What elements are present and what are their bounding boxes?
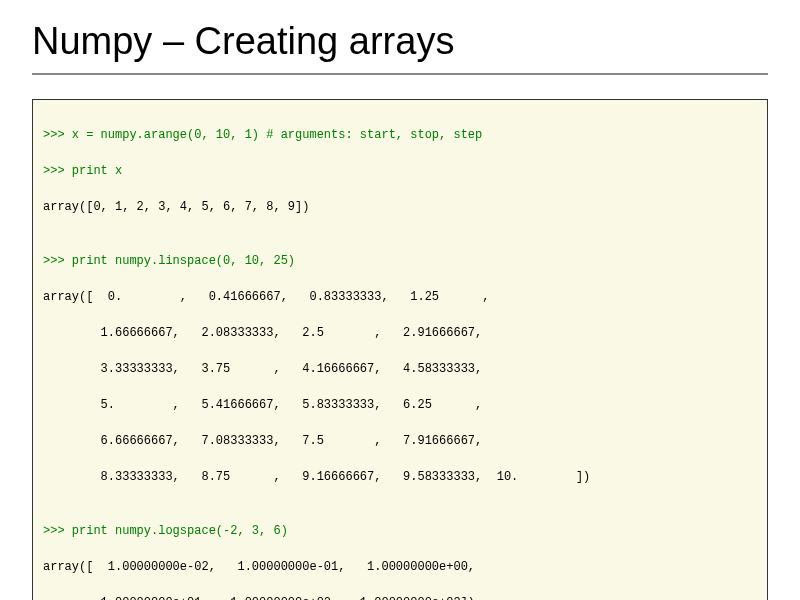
slide-container: Numpy – Creating arrays >>> x = numpy.ar… — [0, 0, 800, 600]
code-line: >>> print x — [43, 162, 757, 180]
code-line: >>> print numpy.linspace(0, 10, 25) — [43, 252, 757, 270]
code-line: 5. , 5.41666667, 5.83333333, 6.25 , — [43, 396, 757, 414]
code-line: array([ 1.00000000e-02, 1.00000000e-01, … — [43, 558, 757, 576]
code-line: array([0, 1, 2, 3, 4, 5, 6, 7, 8, 9]) — [43, 198, 757, 216]
code-block: >>> x = numpy.arange(0, 10, 1) # argumen… — [32, 99, 768, 600]
code-line: 6.66666667, 7.08333333, 7.5 , 7.91666667… — [43, 432, 757, 450]
code-line: array([ 0. , 0.41666667, 0.83333333, 1.2… — [43, 288, 757, 306]
code-line: 8.33333333, 8.75 , 9.16666667, 9.5833333… — [43, 468, 757, 486]
code-line: 1.00000000e+01, 1.00000000e+02, 1.000000… — [43, 594, 757, 600]
code-line: >>> x = numpy.arange(0, 10, 1) # argumen… — [43, 126, 757, 144]
page-title: Numpy – Creating arrays — [32, 20, 768, 75]
code-line: 1.66666667, 2.08333333, 2.5 , 2.91666667… — [43, 324, 757, 342]
code-line: 3.33333333, 3.75 , 4.16666667, 4.5833333… — [43, 360, 757, 378]
code-line: >>> print numpy.logspace(-2, 3, 6) — [43, 522, 757, 540]
